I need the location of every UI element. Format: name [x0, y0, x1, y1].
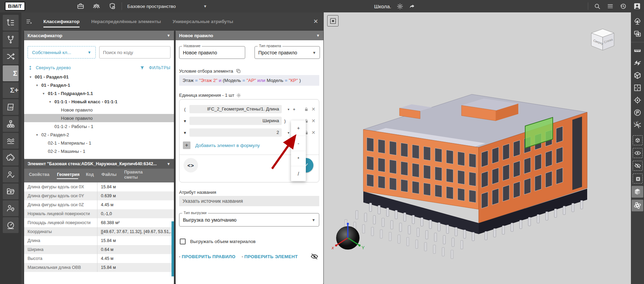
license-icon[interactable]: [108, 2, 116, 10]
isolate-selection-tool[interactable]: [632, 29, 643, 39]
operand-dropdown-caret[interactable]: ▾: [288, 131, 289, 135]
collapse-tree-button[interactable]: Свернуть дерево: [36, 65, 71, 70]
condition-expression[interactable]: Этаж = "Этаж 2" и (Модель = "АР": [179, 75, 319, 86]
rule-type-select[interactable]: Тип правила Простое правило ▼: [255, 46, 320, 59]
workspace-select[interactable]: Базовое пространство: [127, 4, 176, 9]
projects-briefcase-icon[interactable]: [77, 2, 84, 10]
formula-operand-input[interactable]: Ширина: [189, 117, 282, 125]
operator-menu-item[interactable]: -: [291, 136, 306, 151]
orbit-tool[interactable]: [632, 200, 643, 211]
formula-prefix[interactable]: ▾: [183, 130, 187, 135]
operand-dropdown-caret[interactable]: ▾: [288, 107, 289, 111]
measure-tool[interactable]: [632, 45, 643, 56]
history-icon[interactable]: [620, 3, 627, 10]
user-check-tool[interactable]: [3, 167, 19, 182]
org-chart-tool[interactable]: [3, 116, 19, 132]
operator-menu-item[interactable]: /: [291, 166, 306, 181]
formula-operand-input[interactable]: 2: [189, 128, 282, 137]
tree-expand-arrow[interactable]: ▾: [36, 133, 41, 137]
team-icon[interactable]: [93, 2, 100, 10]
tree-item[interactable]: ▾ 02 - Раздел-2: [24, 130, 174, 139]
export-type-select[interactable]: Тип выгрузки Выгрузка по умолчанию ▼: [179, 213, 319, 227]
sigma-plus-tool[interactable]: Σ+: [3, 82, 19, 98]
operator-menu-item[interactable]: +: [291, 120, 306, 136]
element-tab[interactable]: Правила сметы: [124, 170, 145, 182]
formula-prefix[interactable]: ▾: [183, 118, 187, 124]
check-rule-button[interactable]: ПРОВЕРИТЬ ПРАВИЛО: [179, 254, 236, 259]
remove-row-icon[interactable]: ✕: [311, 118, 315, 124]
viewport-select-tool[interactable]: [327, 15, 339, 27]
tree-item[interactable]: ▾ 01 - Раздел-1: [24, 81, 174, 89]
copy-icon[interactable]: [236, 69, 241, 74]
add-element-icon[interactable]: +: [183, 141, 190, 149]
list-menu-icon[interactable]: [607, 3, 614, 10]
show-tool[interactable]: [633, 148, 643, 158]
chevron-down-icon[interactable]: ▼: [203, 4, 207, 8]
unit-settings-gear-icon[interactable]: [236, 93, 241, 98]
element-tab[interactable]: Код: [86, 172, 94, 179]
checkbox[interactable]: [180, 239, 186, 244]
clear-selection-tool[interactable]: [633, 173, 643, 183]
folder-export-tool[interactable]: [3, 183, 19, 199]
tree-item[interactable]: 02-2 - Машины - 1: [24, 147, 174, 155]
formula-operand-input[interactable]: IFC_2_Геометрия_Стены/1. Длина: [189, 105, 282, 113]
classifier-select[interactable]: Собственный кл... ▼: [28, 46, 96, 59]
panel-tab[interactable]: Нераспределённые элементы: [91, 19, 161, 28]
rule-name-field[interactable]: Название Новое правило: [179, 46, 245, 59]
plugins-tool[interactable]: [3, 150, 19, 166]
shuffle-tool[interactable]: [3, 49, 19, 64]
chevron-down-icon[interactable]: ▼: [167, 162, 170, 166]
lock-icon[interactable]: [304, 107, 309, 112]
element-tab[interactable]: Свойства: [29, 172, 49, 179]
search-icon[interactable]: [594, 3, 601, 10]
filters-button[interactable]: ФИЛЬТРЫ: [140, 65, 170, 70]
solid-view-tool[interactable]: [632, 186, 643, 198]
panel-tab[interactable]: Универсальные атрибуты: [173, 19, 233, 28]
tree-item[interactable]: ▾ 01-1 - Подраздел-1.1: [24, 89, 174, 97]
collapse-panel-icon[interactable]: [25, 18, 33, 25]
formula-prefix[interactable]: (: [183, 107, 187, 112]
collapse-expand-icon[interactable]: [28, 65, 33, 71]
chevron-down-icon[interactable]: ▼: [167, 33, 170, 38]
section-tool[interactable]: [632, 58, 643, 68]
flag-tool[interactable]: [632, 107, 643, 118]
settings-gear-icon[interactable]: [397, 3, 403, 10]
2d-doc-tool[interactable]: 2D: [3, 99, 19, 115]
chevron-down-icon[interactable]: ▼: [316, 33, 320, 38]
dashboard-tool[interactable]: [3, 217, 19, 233]
grid-axes-tool[interactable]: 12: [632, 120, 643, 130]
section-box-tool[interactable]: [632, 70, 643, 81]
building-model[interactable]: [324, 12, 631, 284]
tree-item[interactable]: ▾ 01-1-1 - Новый класс - 01-1-1: [24, 97, 174, 106]
classifier-sigma-tool[interactable]: Σ: [3, 65, 19, 81]
close-icon[interactable]: ✕: [312, 18, 320, 25]
view-cube[interactable]: Сверху Слева: [587, 26, 618, 54]
operator-menu-item[interactable]: *: [291, 151, 306, 166]
panel-tab[interactable]: Классификатор: [43, 19, 80, 28]
element-tab[interactable]: Геометрия: [57, 172, 78, 179]
code-view-button[interactable]: <>: [184, 158, 198, 172]
tree-expand-arrow[interactable]: ▾: [49, 100, 54, 104]
remove-row-icon[interactable]: ✕: [311, 130, 315, 135]
tree-expand-arrow[interactable]: ▾: [36, 83, 41, 87]
show-volume-tool[interactable]: [633, 135, 643, 145]
tree-item[interactable]: Новое правило: [24, 106, 174, 114]
tree-expand-arrow[interactable]: ▾: [30, 75, 35, 79]
table-scrollbar[interactable]: [172, 221, 174, 276]
element-tab[interactable]: Файлы: [101, 172, 116, 179]
tree-item[interactable]: ▾ 001 - Раздел-01: [24, 73, 174, 81]
share-icon[interactable]: [409, 3, 415, 10]
tree-item[interactable]: 01-1-2 - Работы - 1: [24, 122, 174, 130]
operator-value[interactable]: +: [293, 107, 295, 112]
check-element-button[interactable]: ПРОВЕРИТЬ ЭЛЕМЕНТ: [242, 254, 298, 259]
hide-tool[interactable]: [633, 161, 643, 171]
tree-item[interactable]: Новое правило: [24, 114, 174, 122]
axis-gizmo[interactable]: x Y: [329, 218, 367, 257]
remove-row-icon[interactable]: ✕: [311, 106, 315, 112]
viewport-3d[interactable]: Сверху Слева x Y: [324, 12, 631, 284]
model-structure-tool[interactable]: [3, 15, 19, 31]
floor-plan-tool[interactable]: [632, 83, 643, 93]
tree-expand-arrow[interactable]: ▾: [43, 92, 48, 95]
charts-tool[interactable]: [3, 133, 19, 149]
account-icon[interactable]: [633, 2, 641, 10]
